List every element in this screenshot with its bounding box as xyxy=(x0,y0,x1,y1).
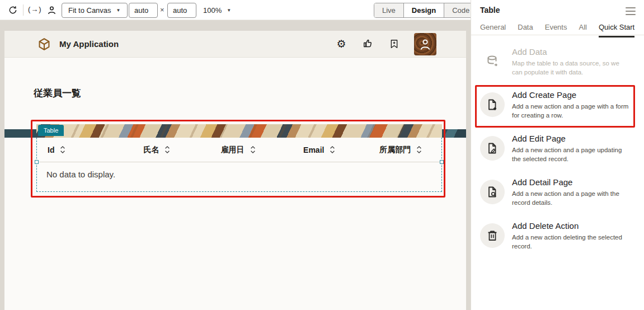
column-header-email[interactable]: Email xyxy=(279,145,360,154)
app-title: My Application xyxy=(59,39,119,49)
properties-panel: Table General Data Events All Quick Star… xyxy=(471,0,644,310)
zoom-value: 100% xyxy=(203,6,222,15)
quickstart-title: Add Edit Page xyxy=(512,134,631,143)
sort-icon[interactable] xyxy=(416,145,422,154)
table-header-row: Id 氏名 雇用日 Email xyxy=(37,138,441,162)
app-cube-icon xyxy=(37,37,51,51)
chevron-down-icon: ▼ xyxy=(227,8,231,13)
page-canvas[interactable]: My Application ⚙ xyxy=(4,31,466,310)
column-header-department[interactable]: 所属部門 xyxy=(360,145,441,155)
quickstart-add-delete-action[interactable]: Add Delete Action Add a new action delet… xyxy=(480,221,637,251)
quickstart-text: Add Data Map the table to a data source,… xyxy=(512,47,631,77)
resize-handle-left[interactable] xyxy=(35,160,39,164)
sort-icon[interactable] xyxy=(59,145,66,154)
designer-toolbar: (→) Fit to Canvas ▼ × 100% ▼ Live Design… xyxy=(0,0,471,20)
column-header-hiredate[interactable]: 雇用日 xyxy=(198,145,279,155)
visual-builder-window: (→) Fit to Canvas ▼ × 100% ▼ Live Design… xyxy=(0,0,644,310)
table-empty-message: No data to display. xyxy=(37,162,441,186)
quickstart-description: Add a new action and a page updating the… xyxy=(512,145,631,163)
quickstart-text: Add Detail Page Add a new action and a p… xyxy=(512,177,631,207)
fit-to-canvas-dropdown[interactable]: Fit to Canvas ▼ xyxy=(62,3,128,18)
sort-icon[interactable] xyxy=(250,145,256,154)
tabs-separator xyxy=(471,35,644,35)
quickstart-title: Add Delete Action xyxy=(512,221,631,231)
sort-icon[interactable] xyxy=(164,145,171,154)
mode-design-button[interactable]: Design xyxy=(404,3,444,17)
canvas-width-input[interactable] xyxy=(129,3,158,18)
sort-icon[interactable] xyxy=(329,145,336,154)
app-header: My Application ⚙ xyxy=(4,31,466,58)
column-label: 氏名 xyxy=(143,145,159,155)
mode-switcher: Live Design Code xyxy=(374,3,478,18)
table-component[interactable]: Id 氏名 雇用日 Email xyxy=(36,138,442,192)
quickstart-description: Add a new action and a page with a form … xyxy=(512,102,631,120)
quickstart-title: Add Create Page xyxy=(512,90,631,100)
fit-to-canvas-label: Fit to Canvas xyxy=(68,6,111,15)
quickstart-title: Add Detail Page xyxy=(512,177,631,187)
quickstart-text: Add Create Page Add a new action and a p… xyxy=(512,90,631,120)
page-detail-icon xyxy=(480,180,505,204)
canvas-backdrop: My Application ⚙ xyxy=(0,20,471,310)
tab-quick-start[interactable]: Quick Start xyxy=(599,23,634,37)
expression-mode-icon[interactable]: (→) xyxy=(28,5,42,13)
decorative-pattern-strip xyxy=(36,124,442,138)
tab-general[interactable]: General xyxy=(480,23,506,37)
dimensions-times-label: × xyxy=(160,6,164,14)
avatar[interactable] xyxy=(414,33,436,55)
page-title: 従業員一覧 xyxy=(34,87,81,100)
tab-all[interactable]: All xyxy=(579,23,586,37)
column-header-id[interactable]: Id xyxy=(37,145,116,154)
quickstart-text: Add Delete Action Add a new action delet… xyxy=(512,221,631,251)
resize-handle-right[interactable] xyxy=(440,160,444,164)
database-icon xyxy=(480,49,505,74)
toolbar-divider xyxy=(23,4,23,16)
trash-icon xyxy=(480,223,505,248)
tab-data[interactable]: Data xyxy=(518,23,533,37)
bookmark-plus-icon[interactable] xyxy=(388,38,400,50)
zoom-dropdown[interactable]: 100% ▼ xyxy=(203,3,231,18)
quickstart-add-edit-page[interactable]: Add Edit Page Add a new action and a pag… xyxy=(480,134,637,163)
gear-icon[interactable]: ⚙ xyxy=(335,38,347,50)
panel-title: Table xyxy=(480,6,500,15)
quickstart-text: Add Edit Page Add a new action and a pag… xyxy=(512,134,631,163)
quickstart-add-create-page[interactable]: Add Create Page Add a new action and a p… xyxy=(480,90,637,120)
selection-tag[interactable]: Table xyxy=(38,125,64,136)
column-label: Email xyxy=(303,145,324,154)
quickstart-description: Map the table to a data source, so we ca… xyxy=(512,59,631,77)
quickstart-title: Add Data xyxy=(512,47,631,57)
page-edit-icon xyxy=(480,136,505,161)
app-header-actions: ⚙ xyxy=(335,33,436,55)
column-label: 所属部門 xyxy=(379,145,411,155)
mode-live-button[interactable]: Live xyxy=(374,3,404,17)
quickstart-add-data: Add Data Map the table to a data source,… xyxy=(480,47,637,77)
quickstart-description: Add a new action deleting the selected r… xyxy=(512,233,631,251)
menu-icon[interactable] xyxy=(626,7,636,15)
quickstart-description: Add a new action and a page with the rec… xyxy=(512,189,631,207)
quickstart-add-detail-page[interactable]: Add Detail Page Add a new action and a p… xyxy=(480,177,637,207)
column-label: 雇用日 xyxy=(221,145,245,155)
tab-events[interactable]: Events xyxy=(545,23,567,37)
chevron-down-icon: ▼ xyxy=(116,8,121,13)
refresh-icon[interactable] xyxy=(7,4,19,16)
column-label: Id xyxy=(48,145,54,154)
panel-tabs: General Data Events All Quick Start xyxy=(480,23,634,37)
user-preview-icon[interactable] xyxy=(45,4,58,16)
page-add-icon xyxy=(480,92,505,117)
thumbs-up-icon[interactable] xyxy=(361,38,374,50)
canvas-height-input[interactable] xyxy=(167,3,196,18)
column-header-name[interactable]: 氏名 xyxy=(116,145,198,155)
